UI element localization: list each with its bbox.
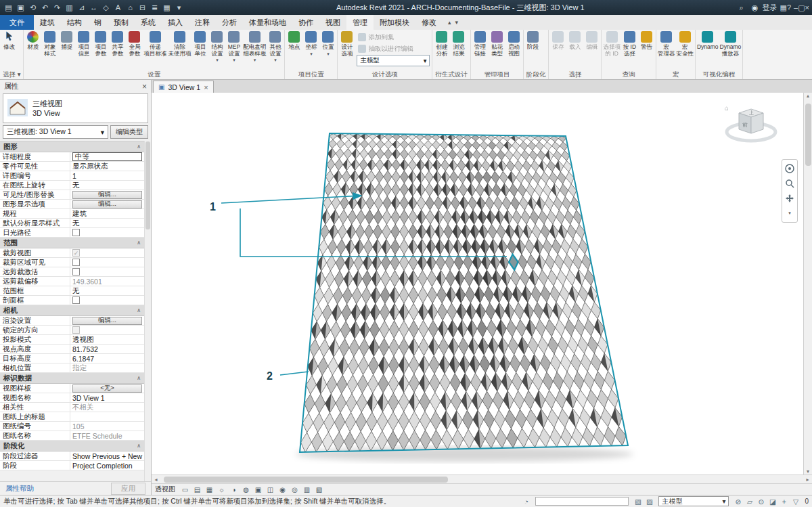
additional-settings-button[interactable]: 其他 设置▾ xyxy=(267,30,284,70)
detail-level-icon[interactable]: ▤ xyxy=(192,485,202,494)
temporary-hide-isolate-icon[interactable]: ◉ xyxy=(277,485,288,494)
property-value[interactable]: <无> xyxy=(70,384,144,393)
search-icon[interactable]: ⌕ xyxy=(736,2,747,13)
ribbon-tab-修改[interactable]: 修改 xyxy=(415,15,443,30)
macro-security-button[interactable]: 宏 安全性 xyxy=(675,30,694,70)
project-units-button[interactable]: 项目 单位 xyxy=(191,30,208,70)
value-combo[interactable]: 中等 xyxy=(72,152,142,161)
annotation-2-label[interactable]: 2 xyxy=(267,370,273,382)
property-value[interactable]: 中等 xyxy=(70,152,144,161)
warnings-button[interactable]: 警告 xyxy=(638,30,655,70)
dynamo-player-button[interactable]: Dynamo 播放器 xyxy=(719,30,742,70)
property-value[interactable]: Show Previous + New xyxy=(70,451,144,460)
scroll-down-icon[interactable]: ▾ xyxy=(804,468,812,475)
model-canvas[interactable]: 1 2 xyxy=(152,93,803,475)
property-value[interactable]: 6.1847 xyxy=(70,354,144,363)
global-parameters-button[interactable]: 全局 参数 xyxy=(126,30,143,70)
panel-label-manage-project[interactable]: 管理项目 xyxy=(471,70,523,79)
dynamo-button[interactable]: Dynamo xyxy=(696,30,719,70)
property-value[interactable] xyxy=(70,228,144,237)
purge-unused-button[interactable]: 清除 未使用项 xyxy=(167,30,191,70)
collapse-icon[interactable]: ∧ xyxy=(137,443,141,449)
switch-windows-icon[interactable]: ▦ xyxy=(161,2,173,14)
coordinates-button[interactable]: 坐标▾ xyxy=(302,30,319,70)
project-parameters-button[interactable]: 项目 参数 xyxy=(92,30,109,70)
edit-type-button[interactable]: 编辑类型 xyxy=(110,125,148,139)
panel-label-phasing[interactable]: 阶段化 xyxy=(524,70,549,79)
worksharing-display-icon[interactable]: ▧ xyxy=(314,485,324,494)
panel-schedule-templates-button[interactable]: 配电盘明 细表样板▾ xyxy=(242,30,267,70)
horizontal-scroll-thumb[interactable] xyxy=(164,477,448,483)
panel-label-settings[interactable]: 设置 xyxy=(24,70,284,79)
mep-settings-button[interactable]: MEP 设置▾ xyxy=(225,30,242,70)
sync-icon[interactable]: ⟲ xyxy=(27,2,39,14)
value-edit-button[interactable]: <无> xyxy=(72,384,142,393)
palette-scrollbar[interactable] xyxy=(144,141,151,481)
property-group-3[interactable]: 标识数据∧ xyxy=(0,373,144,384)
undo-icon[interactable]: ↶ xyxy=(39,2,51,14)
select-underlay-icon[interactable]: ▱ xyxy=(744,498,754,506)
properties-help-link[interactable]: 属性帮助 xyxy=(5,484,34,493)
scroll-left-icon[interactable]: ◂ xyxy=(152,477,160,483)
ribbon-display-options-icon[interactable]: ▾ xyxy=(455,19,459,26)
palette-scroll-thumb[interactable] xyxy=(145,141,150,229)
viewcube-home-icon[interactable]: ⌂ xyxy=(725,104,729,112)
view-tab-close-icon[interactable]: × xyxy=(204,83,208,91)
restore-icon[interactable]: ▢ xyxy=(798,3,805,12)
value-edit-button[interactable]: 编辑... xyxy=(72,317,142,325)
close-icon[interactable]: × xyxy=(805,3,809,12)
perspective-indicator[interactable]: 透视图 xyxy=(155,485,175,494)
value-checkbox[interactable] xyxy=(72,259,80,266)
property-value[interactable] xyxy=(70,326,144,334)
highlighted-panel[interactable] xyxy=(509,255,518,270)
panel-label-visual-programming[interactable]: 可视化编程 xyxy=(696,70,742,79)
position-button[interactable]: 位置▾ xyxy=(319,30,336,70)
ribbon-tab-分析[interactable]: 分析 xyxy=(216,15,243,30)
file-tab[interactable]: 文件 xyxy=(0,15,34,30)
select-pinned-icon[interactable]: ⊙ xyxy=(756,498,766,506)
drawing-viewport[interactable]: 1 2 上 前 ⌂ xyxy=(152,93,803,475)
full-navigation-wheel-icon[interactable] xyxy=(784,162,796,175)
annotation-1-label[interactable]: 1 xyxy=(210,201,216,213)
viewcube[interactable]: 上 前 ⌂ xyxy=(722,101,780,156)
active-design-option-combo[interactable]: 主模型 ▾ xyxy=(658,496,729,506)
save-icon[interactable]: ▣ xyxy=(15,2,26,14)
scroll-up-icon[interactable]: ▴ xyxy=(804,93,812,99)
explore-outcomes-button[interactable]: 浏览 结果 xyxy=(450,30,467,70)
ribbon-tab-插入[interactable]: 插入 xyxy=(162,15,189,30)
materials-button[interactable]: 材质 xyxy=(24,30,41,70)
snaps-button[interactable]: 捕捉 xyxy=(58,30,75,70)
property-value[interactable]: 1 xyxy=(70,171,144,180)
manage-links-button[interactable]: 管理 链接 xyxy=(472,30,489,70)
design-options-button[interactable]: 设计 选项 xyxy=(338,30,355,70)
customize-qat-icon[interactable]: ▾ xyxy=(173,2,185,14)
temporary-view-properties-icon[interactable]: ▥ xyxy=(302,485,312,494)
type-selector[interactable]: 三维视图 3D View xyxy=(3,93,148,123)
view-tab-3d-view-1[interactable]: ▣ 3D View 1 × xyxy=(153,81,214,93)
shadows-icon[interactable]: ◑ xyxy=(229,485,239,494)
property-group-2[interactable]: 相机∧ xyxy=(0,305,144,316)
reveal-hidden-elements-icon[interactable]: ◎ xyxy=(290,485,300,494)
value-edit-button[interactable]: 编辑... xyxy=(72,191,142,199)
panel-label-project-location[interactable]: 项目位置 xyxy=(285,70,337,79)
value-checkbox[interactable] xyxy=(72,268,80,275)
zoom-icon[interactable] xyxy=(784,177,796,190)
value-edit-button[interactable]: 编辑... xyxy=(72,200,142,208)
property-value[interactable]: 透视图 xyxy=(70,335,144,344)
panel-label-selection[interactable]: 选择 xyxy=(549,70,601,79)
property-value[interactable]: 显示原状态 xyxy=(70,162,144,171)
filter-icon[interactable]: ▽ xyxy=(790,498,800,506)
property-value[interactable]: 建筑 xyxy=(70,209,144,218)
property-value[interactable]: 无 xyxy=(70,181,144,190)
modify-button[interactable]: 修改 xyxy=(1,30,18,70)
transfer-project-standards-button[interactable]: 传递 项目标准 xyxy=(143,30,167,70)
property-value[interactable]: 无 xyxy=(70,219,144,227)
structural-settings-button[interactable]: 结构 设置▾ xyxy=(208,30,225,70)
minimize-ribbon-icon[interactable]: ▴ xyxy=(448,19,451,26)
render-icon[interactable]: ◍ xyxy=(241,485,251,494)
help-icon[interactable]: ? xyxy=(787,3,791,12)
app-store-icon[interactable]: ▦ xyxy=(780,3,787,12)
text-icon[interactable]: A xyxy=(112,2,124,14)
ribbon-tab-视图[interactable]: 视图 xyxy=(319,15,346,30)
ribbon-tab-预制[interactable]: 预制 xyxy=(108,15,135,30)
